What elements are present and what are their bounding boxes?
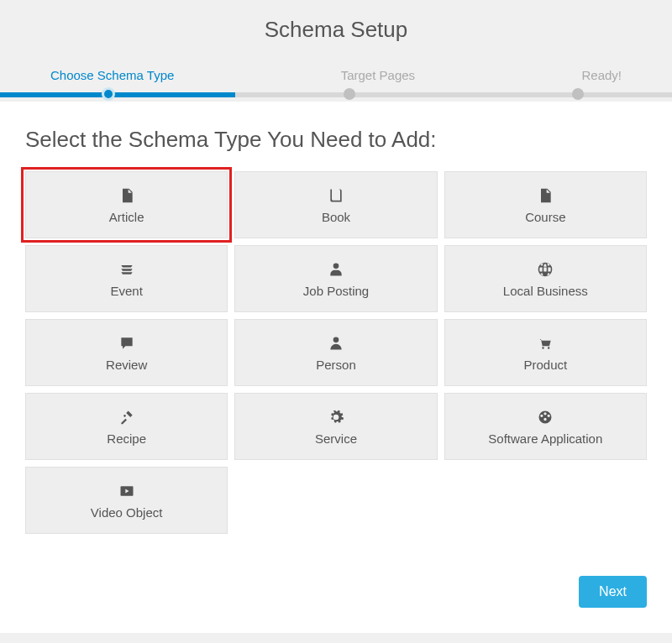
wizard-content: Select the Schema Type You Need to Add: … — [0, 102, 672, 551]
tile-service[interactable]: Service — [234, 393, 437, 460]
step-label-target-pages[interactable]: Target Pages — [341, 68, 415, 82]
step-dot-2[interactable] — [344, 88, 355, 100]
tile-book[interactable]: Book — [234, 171, 437, 238]
page-title: Schema Setup — [0, 17, 672, 43]
service-icon — [327, 408, 345, 426]
tile-label: Recipe — [107, 431, 146, 446]
tile-label: Job Posting — [303, 284, 369, 298]
recipe-icon — [118, 408, 136, 426]
tile-article[interactable]: Article — [25, 171, 228, 238]
section-title: Select the Schema Type You Need to Add: — [25, 127, 647, 153]
schema-setup-wizard: Schema Setup Choose Schema Type Target P… — [0, 0, 672, 633]
tile-video-object[interactable]: Video Object — [25, 467, 228, 534]
step-progress-active — [0, 92, 235, 97]
step-progress-bar — [0, 92, 672, 97]
tile-course[interactable]: Course — [444, 171, 647, 238]
tile-label: Product — [523, 358, 567, 372]
article-icon — [118, 186, 136, 205]
tile-label: Person — [316, 358, 356, 372]
software-application-icon — [536, 408, 554, 426]
tile-job-posting[interactable]: Job Posting — [234, 245, 437, 312]
tile-label: Course — [525, 210, 565, 224]
stepper: Choose Schema Type Target Pages Ready! — [0, 68, 672, 102]
tile-product[interactable]: Product — [444, 319, 647, 386]
tile-label: Event — [110, 284, 142, 298]
person-icon — [327, 334, 345, 353]
tile-software-application[interactable]: Software Application — [444, 393, 647, 460]
tile-review[interactable]: Review — [25, 319, 228, 386]
step-labels: Choose Schema Type Target Pages Ready! — [0, 68, 672, 82]
step-label-choose-type[interactable]: Choose Schema Type — [50, 68, 174, 82]
tile-label: Service — [315, 431, 357, 446]
tile-label: Review — [106, 358, 147, 372]
book-icon — [327, 186, 345, 205]
tile-label: Software Application — [488, 431, 602, 446]
wizard-actions: Next — [0, 551, 672, 633]
tile-event[interactable]: Event — [25, 245, 228, 312]
tile-label: Video Object — [91, 505, 163, 520]
step-dot-3[interactable] — [572, 88, 584, 100]
step-dot-1[interactable] — [102, 87, 115, 101]
tile-label: Article — [109, 210, 144, 224]
wizard-header: Schema Setup Choose Schema Type Target P… — [0, 0, 672, 102]
next-button[interactable]: Next — [579, 576, 647, 608]
tile-person[interactable]: Person — [234, 319, 437, 386]
event-icon — [118, 260, 136, 279]
tile-recipe[interactable]: Recipe — [25, 393, 228, 460]
step-label-ready[interactable]: Ready! — [581, 68, 622, 82]
video-object-icon — [118, 482, 136, 500]
tile-local-business[interactable]: Local Business — [444, 245, 647, 312]
local-business-icon — [536, 260, 554, 279]
product-icon — [536, 334, 554, 353]
tile-label: Book — [322, 210, 350, 224]
review-icon — [118, 334, 136, 353]
schema-grid: Article Book Course Event — [25, 171, 647, 534]
tile-label: Local Business — [503, 284, 588, 298]
job-posting-icon — [327, 260, 345, 279]
course-icon — [536, 186, 554, 205]
